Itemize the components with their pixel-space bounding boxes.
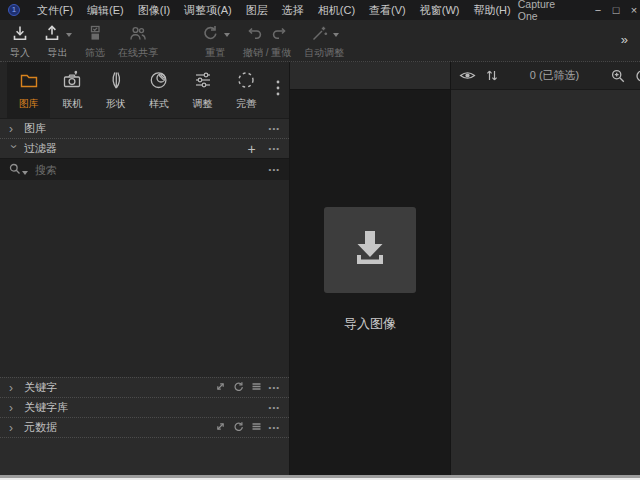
- zoom-plus-icon[interactable]: [611, 69, 625, 83]
- reset-button[interactable]: 重置: [201, 25, 230, 60]
- reset-label: 重置: [206, 46, 226, 60]
- browser-toolbar: 0 (已筛选): [451, 62, 640, 90]
- section-filters-label: 过滤器: [24, 141, 57, 156]
- keyword-library-more-button[interactable]: •••: [269, 403, 280, 412]
- styles-icon: [149, 70, 169, 94]
- menu-select[interactable]: 选择: [275, 3, 311, 18]
- folder-icon: [19, 70, 39, 94]
- search-scope-chevron-icon[interactable]: [22, 171, 28, 175]
- import-icon: [11, 24, 29, 46]
- browser-panel: 0 (已筛选): [450, 62, 640, 475]
- detach-panel-icon[interactable]: [215, 381, 226, 394]
- tab-library[interactable]: 图库: [7, 62, 50, 118]
- tab-capture[interactable]: 联机: [50, 62, 93, 118]
- presets-icon[interactable]: [251, 381, 262, 394]
- main-area: 图库 联机 形状 样式 调整: [0, 62, 640, 475]
- keywords-more-button[interactable]: •••: [269, 383, 280, 392]
- section-library-label: 图库: [24, 121, 46, 136]
- import-images-button[interactable]: [324, 207, 416, 293]
- reset-tool-icon[interactable]: [233, 421, 244, 434]
- metadata-more-button[interactable]: •••: [269, 423, 280, 432]
- window-frame-edge: [0, 475, 640, 480]
- preview-eye-icon[interactable]: [459, 70, 476, 81]
- clipped-toolbar-icon[interactable]: [635, 69, 640, 83]
- viewer-empty-state: 导入图像: [290, 90, 450, 475]
- close-button[interactable]: ×: [625, 4, 640, 16]
- menu-view[interactable]: 查看(V): [362, 3, 413, 18]
- library-more-button[interactable]: •••: [269, 124, 280, 133]
- undo-redo-button[interactable]: 撤销 / 重做: [243, 25, 291, 60]
- search-bar: •••: [0, 158, 289, 180]
- viewer-area: 导入图像: [290, 62, 450, 475]
- toolbar-overflow-button[interactable]: »: [621, 32, 628, 47]
- section-library[interactable]: › 图库 •••: [0, 118, 289, 138]
- left-panel-footer: [0, 437, 289, 475]
- tab-refine[interactable]: 完善: [224, 62, 267, 118]
- undo-redo-label: 撤销 / 重做: [243, 46, 291, 60]
- auto-adjust-wand-icon: [310, 24, 328, 46]
- detach-panel-icon[interactable]: [215, 421, 226, 434]
- menu-camera[interactable]: 相机(C): [311, 3, 362, 18]
- share-label: 在线共享: [118, 46, 158, 60]
- main-toolbar: 导入 导出 筛选 在线共享 重置 撤销 / 重做 自动调整: [0, 20, 640, 62]
- menu-edit[interactable]: 编辑(E): [80, 3, 131, 18]
- shapes-brush-icon: [106, 70, 126, 94]
- tab-styles[interactable]: 样式: [137, 62, 180, 118]
- app-logo-icon[interactable]: 1: [8, 4, 20, 16]
- import-images-label: 导入图像: [344, 315, 396, 333]
- presets-icon[interactable]: [251, 421, 262, 434]
- reset-tool-icon[interactable]: [233, 381, 244, 394]
- auto-adjust-button[interactable]: 自动调整: [304, 25, 344, 60]
- viewer-header: [290, 62, 450, 90]
- capture-one-window: 1 文件(F) 编辑(E) 图像(I) 调整项(A) 图层 选择 相机(C) 查…: [0, 0, 640, 480]
- section-keywords-label: 关键字: [24, 380, 57, 395]
- menu-adjustments[interactable]: 调整项(A): [177, 3, 239, 18]
- menu-help[interactable]: 帮助(H): [466, 3, 517, 18]
- tool-tabs-more-button[interactable]: [268, 62, 289, 118]
- menu-window[interactable]: 视窗(W): [413, 3, 467, 18]
- share-button[interactable]: 在线共享: [118, 25, 158, 60]
- tab-capture-label: 联机: [62, 97, 82, 111]
- tab-adjustments[interactable]: 调整: [181, 62, 224, 118]
- sort-order-icon[interactable]: [486, 69, 498, 82]
- section-keyword-library-label: 关键字库: [24, 400, 68, 415]
- export-button[interactable]: 导出: [43, 25, 72, 60]
- minimize-button[interactable]: −: [589, 4, 607, 16]
- menu-layer[interactable]: 图层: [239, 3, 275, 18]
- filters-list-area: [0, 180, 289, 377]
- search-input[interactable]: [35, 164, 266, 176]
- section-keyword-library[interactable]: › 关键字库 •••: [0, 397, 289, 417]
- undo-icon: [247, 25, 263, 45]
- filters-icon: [86, 24, 104, 46]
- window-title: Capture One: [518, 0, 567, 22]
- maximize-button[interactable]: □: [607, 4, 625, 16]
- chevron-right-icon: ›: [9, 123, 18, 135]
- search-icon: [9, 161, 21, 179]
- filters-more-button[interactable]: •••: [269, 144, 280, 153]
- auto-adjust-label: 自动调整: [304, 46, 344, 60]
- dropdown-chevron-icon: [333, 33, 339, 37]
- kebab-menu-icon: [276, 80, 280, 100]
- reset-icon: [201, 24, 219, 46]
- tab-refine-label: 完善: [236, 97, 256, 111]
- import-button[interactable]: 导入: [10, 25, 30, 60]
- filters-label: 筛选: [85, 46, 105, 60]
- import-label: 导入: [10, 46, 30, 60]
- tab-shapes-label: 形状: [106, 97, 126, 111]
- export-icon: [43, 24, 61, 46]
- chevron-right-icon: ›: [9, 402, 18, 414]
- refine-dashed-circle-icon: [236, 70, 256, 94]
- filters-button[interactable]: 筛选: [85, 25, 105, 60]
- share-people-icon: [128, 24, 148, 46]
- left-tool-panel: 图库 联机 形状 样式 调整: [0, 62, 290, 475]
- section-keywords[interactable]: › 关键字 •••: [0, 377, 289, 397]
- menu-image[interactable]: 图像(I): [131, 3, 177, 18]
- add-filter-button[interactable]: +: [247, 142, 255, 156]
- section-metadata[interactable]: › 元数据 •••: [0, 417, 289, 437]
- section-filters[interactable]: › 过滤器 + •••: [0, 138, 289, 158]
- menu-file[interactable]: 文件(F): [30, 3, 80, 18]
- tab-library-label: 图库: [19, 97, 39, 111]
- tab-shapes[interactable]: 形状: [94, 62, 137, 118]
- search-more-button[interactable]: •••: [269, 165, 280, 174]
- adjustments-sliders-icon: [193, 70, 213, 94]
